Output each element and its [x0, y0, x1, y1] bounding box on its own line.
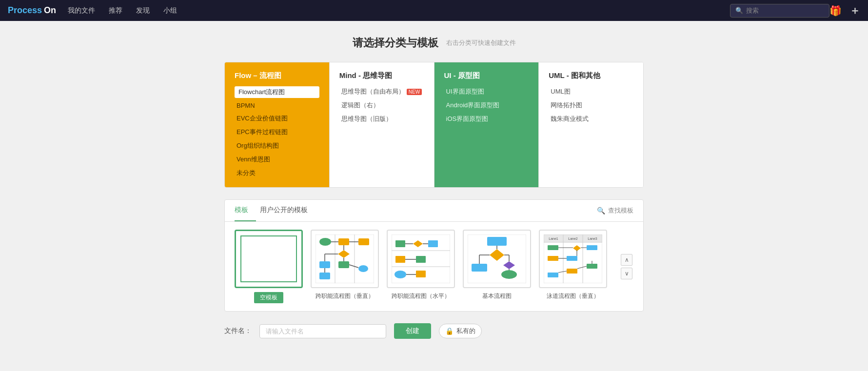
flow-title: Flow – 流程图: [235, 71, 319, 80]
category-grid: Flow – 流程图 Flowchart流程图 BPMN EVC企业价值链图 E…: [224, 62, 644, 188]
svg-rect-34: [487, 237, 507, 246]
cross-horizontal-thumbnail[interactable]: [387, 230, 455, 288]
category-flow[interactable]: Flow – 流程图 Flowchart流程图 BPMN EVC企业价值链图 E…: [225, 62, 330, 187]
flow-item-3[interactable]: EPC事件过程链图: [235, 127, 319, 137]
create-button[interactable]: 创建: [394, 323, 431, 339]
uml-items: UML图 网络拓扑图 魏朱商业模式: [549, 86, 633, 124]
cross-vertical-label: 跨职能流程图（垂直）: [316, 292, 374, 300]
svg-rect-15: [319, 273, 330, 279]
category-mind[interactable]: Mind - 思维导图 思维导图（自由布局）NEW 逻辑图（右） 思维导图（旧版…: [330, 62, 434, 187]
svg-rect-63: [548, 273, 558, 277]
svg-rect-5: [358, 238, 369, 245]
privacy-button[interactable]: 🔒 私有的: [439, 324, 482, 338]
new-badge: NEW: [407, 89, 422, 95]
basic-svg: [468, 234, 526, 283]
nav-recommend[interactable]: 推荐: [109, 4, 122, 17]
svg-point-43: [501, 270, 517, 279]
search-icon: 🔍: [735, 7, 743, 14]
navbar-links: 我的文件 推荐 发现 小组: [68, 4, 724, 17]
category-uml[interactable]: UML - 图和其他 UML图 网络拓扑图 魏朱商业模式: [539, 62, 643, 187]
ui-item-2[interactable]: iOS界面原型图: [444, 114, 529, 124]
svg-rect-24: [428, 240, 438, 247]
cross-vertical-svg: [316, 234, 374, 283]
filename-label: 文件名：: [224, 327, 252, 335]
blank-thumbnail[interactable]: [235, 230, 303, 288]
mind-items: 思维导图（自由布局）NEW 逻辑图（右） 思维导图（旧版）: [339, 86, 424, 124]
search-input[interactable]: [746, 7, 824, 14]
search-templates-icon: 🔍: [597, 207, 605, 215]
lock-icon: 🔒: [445, 327, 454, 335]
mind-item-2[interactable]: 思维导图（旧版）: [339, 114, 424, 124]
svg-point-16: [358, 265, 368, 272]
nav-group[interactable]: 小组: [163, 4, 177, 17]
template-grid-row: 空模板: [225, 222, 643, 311]
template-blank[interactable]: 空模板: [235, 230, 303, 303]
uml-item-1[interactable]: 网络拓扑图: [549, 100, 633, 111]
flow-item-5[interactable]: Venn维恩图: [235, 154, 319, 165]
blank-label: 空模板: [254, 292, 283, 303]
svg-rect-4: [338, 238, 349, 245]
svg-rect-22: [395, 240, 405, 247]
template-cross-horizontal[interactable]: 跨职能流程图（水平）: [387, 230, 455, 300]
svg-text:Lane2: Lane2: [568, 237, 578, 240]
flow-item-6[interactable]: 未分类: [235, 168, 319, 178]
ui-item-0[interactable]: UI界面原型图: [444, 86, 529, 97]
ui-item-1[interactable]: Android界面原型图: [444, 100, 529, 111]
nav-my-files[interactable]: 我的文件: [68, 4, 95, 17]
cross-horizontal-label: 跨职能流程图（水平）: [392, 292, 450, 300]
add-icon[interactable]: ＋: [849, 3, 860, 18]
flow-items: Flowchart流程图 BPMN EVC企业价值链图 EPC事件过程链图 Or…: [235, 86, 319, 178]
scroll-controls: ∧ ∨: [617, 246, 636, 287]
navbar-search[interactable]: 🔍: [730, 4, 829, 18]
svg-rect-10: [319, 261, 330, 268]
basic-label: 基本流程图: [482, 292, 512, 300]
mind-item-1[interactable]: 逻辑图（右）: [339, 100, 424, 111]
flow-item-0[interactable]: Flowchart流程图: [235, 86, 319, 98]
flow-item-1[interactable]: BPMN: [235, 101, 319, 110]
template-search[interactable]: 🔍 查找模板: [597, 206, 633, 215]
filename-input[interactable]: [259, 324, 386, 338]
privacy-label: 私有的: [456, 327, 475, 335]
svg-rect-28: [416, 256, 426, 263]
uml-item-2[interactable]: 魏朱商业模式: [549, 114, 633, 124]
template-cross-vertical[interactable]: 跨职能流程图（垂直）: [311, 230, 379, 300]
svg-rect-57: [548, 256, 558, 261]
cross-vertical-thumbnail[interactable]: [311, 230, 379, 288]
uml-item-0[interactable]: UML图: [549, 86, 633, 97]
nav-discover[interactable]: 发现: [136, 4, 150, 17]
flow-item-4[interactable]: Org组织结构图: [235, 140, 319, 151]
cross-horizontal-svg: [392, 234, 450, 283]
page-subtitle: 右击分类可快速创建文件: [446, 39, 516, 47]
navbar-right: 🎁 ＋: [829, 3, 860, 18]
mind-item-0[interactable]: 思维导图（自由布局）NEW: [339, 86, 424, 97]
svg-text:Lane3: Lane3: [588, 237, 597, 240]
logo-on: On: [44, 5, 56, 16]
svg-rect-52: [548, 245, 558, 250]
template-section: 模板 用户公开的模板 🔍 查找模板 空模板: [224, 199, 644, 312]
basic-thumbnail[interactable]: [463, 230, 531, 288]
svg-rect-55: [587, 245, 597, 250]
template-swim-vertical[interactable]: Lane1 Lane2 Lane3: [539, 230, 607, 300]
category-ui[interactable]: UI - 原型图 UI界面原型图 Android界面原型图 iOS界面原型图: [434, 62, 539, 187]
swim-vertical-thumbnail[interactable]: Lane1 Lane2 Lane3: [539, 230, 607, 288]
ui-title: UI - 原型图: [444, 71, 529, 80]
tab-public-templates[interactable]: 用户公开的模板: [260, 200, 316, 221]
tab-templates[interactable]: 模板: [235, 200, 256, 221]
scroll-down-button[interactable]: ∨: [621, 268, 632, 279]
template-basic[interactable]: 基本流程图: [463, 230, 531, 300]
svg-rect-61: [587, 264, 597, 269]
svg-rect-27: [395, 256, 405, 263]
svg-rect-62: [567, 269, 577, 273]
search-templates-label[interactable]: 查找模板: [608, 206, 633, 215]
flow-item-2[interactable]: EVC企业价值链图: [235, 113, 319, 124]
svg-point-30: [395, 271, 406, 278]
svg-rect-37: [472, 264, 487, 272]
main-content: 请选择分类与模板 右击分类可快速创建文件 Flow – 流程图 Flowchar…: [0, 21, 868, 357]
logo-process: Process: [8, 5, 42, 16]
gift-icon[interactable]: 🎁: [829, 5, 842, 17]
svg-rect-31: [416, 271, 426, 277]
blank-label-wrap: 空模板: [235, 288, 303, 303]
logo[interactable]: ProcessOn: [8, 5, 56, 16]
scroll-up-button[interactable]: ∧: [621, 254, 632, 266]
svg-text:Lane1: Lane1: [549, 237, 558, 240]
